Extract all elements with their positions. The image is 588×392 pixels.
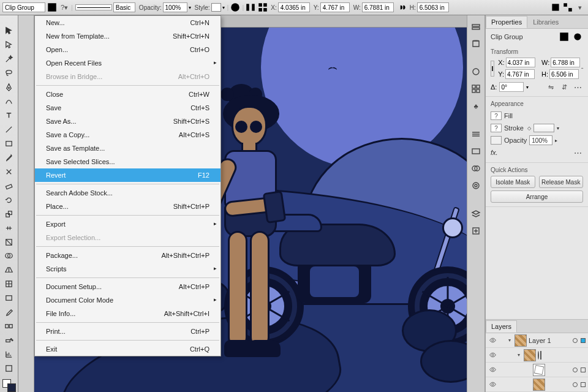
libraries-tab[interactable]: Libraries [527,16,564,28]
reference-point-picker[interactable] [491,61,494,77]
appearance-panel-icon[interactable] [470,179,482,192]
menu-item-revert[interactable]: RevertF12 [35,168,221,182]
x-input[interactable]: 4.0365 in [278,2,310,12]
direct-selection-tool[interactable] [2,39,16,51]
pen-tool[interactable] [2,81,16,94]
symbol-sprayer-tool[interactable] [2,334,16,347]
constrain-proportions-icon[interactable] [581,63,583,74]
help-icon[interactable]: ?▾ [59,2,70,13]
y-input[interactable]: 4.767 in [320,2,350,12]
isolate-icon[interactable] [562,2,573,13]
more-icon[interactable]: ▾ [575,2,586,13]
fill-swatch[interactable]: ? [491,111,502,120]
menu-item-close[interactable]: CloseCtrl+W [35,88,221,101]
visibility-toggle-icon[interactable] [488,351,497,360]
menu-item-save-as[interactable]: Save As...Shift+Ctrl+S [35,115,221,128]
layer-row[interactable] [486,363,588,377]
selection-indicator[interactable] [581,368,586,372]
menu-item-save-selected-slices[interactable]: Save Selected Slices... [35,155,221,168]
opacity-swatch[interactable] [491,136,502,145]
menu-item-open[interactable]: Open...Ctrl+O [35,43,221,56]
visibility-toggle-icon[interactable] [488,380,497,389]
opacity-input[interactable]: 100% [163,2,187,12]
eyedropper-tool[interactable] [2,306,16,318]
stroke-preview[interactable] [75,4,112,10]
more-appearance-icon[interactable]: ⋯ [572,147,583,158]
layer-row[interactable]: ▾ [486,348,588,363]
mesh-tool[interactable] [2,277,16,290]
libraries-panel-icon[interactable] [470,37,482,50]
swatches-panel-icon[interactable] [470,83,482,95]
asset-export-icon[interactable] [470,225,482,237]
width-tool[interactable] [2,222,16,235]
clubs-panel-icon[interactable]: ♣ [470,100,482,112]
target-icon[interactable] [538,351,539,360]
object-type-dropdown[interactable]: Clip Group [2,2,45,12]
selection-tool[interactable] [2,24,16,37]
menu-item-save[interactable]: SaveCtrl+S [35,101,221,115]
scale-tool[interactable] [2,208,16,221]
magic-wand-tool[interactable] [2,53,16,66]
properties-panel-icon[interactable] [470,20,482,32]
stroke-swatch[interactable]: ? [491,124,502,132]
selection-indicator[interactable] [540,351,541,360]
menu-item-file-info[interactable]: File Info...Alt+Shift+Ctrl+I [35,307,221,320]
free-transform-tool[interactable] [2,236,16,249]
perspective-tool[interactable] [2,263,16,276]
target-icon[interactable] [573,382,578,387]
stroke-profile-dropdown[interactable]: Basic [113,2,135,12]
transform-angle-input[interactable] [499,82,524,92]
arrange-button[interactable]: Arrange [491,190,583,203]
blend-tool[interactable] [2,320,16,333]
menu-item-scripts[interactable]: Scripts [35,262,221,276]
artboard-tool[interactable] [2,362,16,375]
h-input[interactable]: 6.5063 in [417,2,449,12]
graphic-style-swatch[interactable] [211,3,221,12]
lasso-tool[interactable] [2,67,16,80]
selection-indicator[interactable] [581,382,586,387]
transform-h-input[interactable] [549,69,579,79]
link-wh-icon[interactable] [396,2,407,13]
line-tool[interactable] [2,123,16,136]
visibility-toggle-icon[interactable] [488,366,497,374]
appearance-opacity-input[interactable]: 100% [529,135,552,145]
stroke-panel-icon[interactable] [470,128,482,140]
menu-item-exit[interactable]: ExitCtrl+Q [35,342,221,356]
fill-stroke-swatches[interactable] [2,379,16,392]
edit-contents-icon[interactable] [47,2,58,13]
expand-toggle-icon[interactable]: ▾ [516,352,522,358]
layers-panel-icon[interactable] [470,208,482,220]
align-icon[interactable] [245,2,256,13]
shaper-icon[interactable] [550,2,561,13]
recolor-icon[interactable] [230,2,241,13]
transform-icon[interactable] [257,2,268,13]
rectangle-tool[interactable] [2,137,16,150]
rotate-tool[interactable] [2,194,16,206]
gradient-tool[interactable] [2,292,16,304]
edit-clip-icon[interactable] [559,31,570,42]
release-mask-button[interactable]: Release Mask [539,176,584,188]
selection-indicator[interactable] [581,338,586,343]
isolate-mask-button[interactable]: Isolate Mask [491,176,535,188]
menu-item-document-color-mode[interactable]: Document Color Mode [35,293,221,307]
graph-tool[interactable] [2,348,16,361]
transform-x-input[interactable] [506,58,535,67]
menu-item-new[interactable]: New...Ctrl+N [35,16,221,29]
flip-h-icon[interactable]: ⇋ [545,81,556,92]
menu-item-search-adobe-stock[interactable]: Search Adobe Stock... [35,186,221,200]
transparency-panel-icon[interactable] [470,162,482,175]
menu-item-open-recent-files[interactable]: Open Recent Files [35,56,221,70]
eraser-tool[interactable] [2,179,16,192]
target-icon[interactable] [573,338,578,343]
type-tool[interactable] [2,109,16,122]
layers-tab[interactable]: Layers [486,320,517,333]
target-icon[interactable] [573,368,578,372]
menu-item-place[interactable]: Place...Shift+Ctrl+P [35,200,221,213]
paintbrush-tool[interactable] [2,151,16,164]
menu-item-new-from-template[interactable]: New from Template...Shift+Ctrl+N [35,29,221,43]
menu-item-package[interactable]: Package...Alt+Shift+Ctrl+P [35,249,221,262]
menu-item-print[interactable]: Print...Ctrl+P [35,325,221,338]
layer-row[interactable] [486,377,588,392]
more-transform-icon[interactable]: ⋯ [572,81,583,92]
gradient-panel-icon[interactable] [470,145,482,157]
